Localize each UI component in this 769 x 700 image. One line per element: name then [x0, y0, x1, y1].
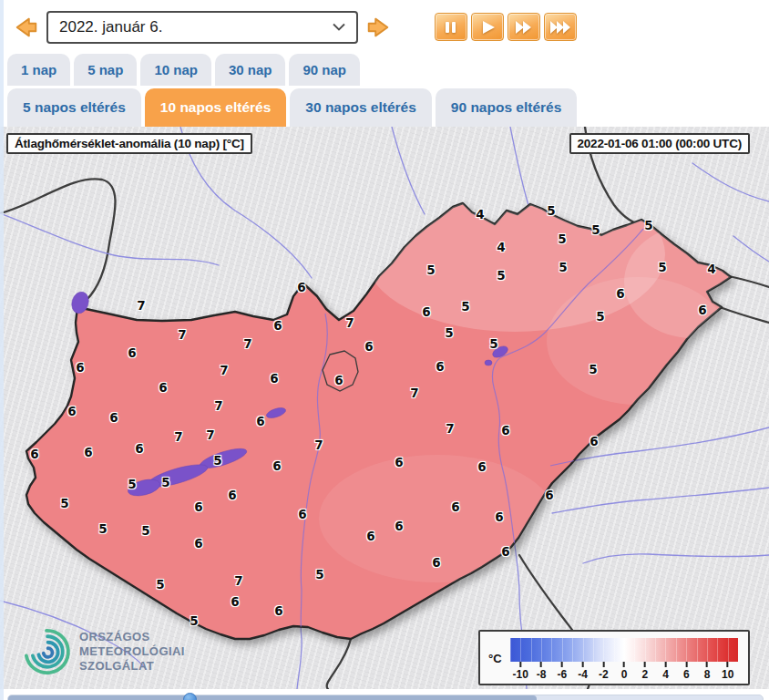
fast-forward-icon [511, 16, 537, 38]
omsz-logo: ORSZÁGOS METEOROLÓGIAI SZOLGÁLAT [22, 627, 185, 676]
next-day-button[interactable] [364, 13, 393, 42]
arrow-right-icon [364, 14, 392, 41]
omsz-logo-text: ORSZÁGOS METEOROLÓGIAI SZOLGÁLAT [79, 630, 185, 674]
map-canvas: Átlaghőmérséklet-anomália (10 nap) [°C] … [0, 127, 769, 689]
legend-tick: 4 [662, 662, 669, 681]
pause-icon [438, 16, 464, 38]
playback-controls [435, 13, 577, 41]
legend-tick: -4 [578, 662, 588, 681]
legend-tick: 8 [704, 662, 711, 681]
arrow-left-icon [13, 14, 40, 41]
legend-tick: -2 [599, 662, 609, 681]
map-timestamp: 2022-01-06 01:00 (00:00 UTC) [569, 133, 751, 154]
tab-10-napos-elteres[interactable]: 10 napos eltérés [145, 88, 286, 127]
tab-10-nap[interactable]: 10 nap [140, 54, 211, 86]
tab-30-napos-elteres[interactable]: 30 napos eltérés [290, 88, 431, 127]
tab-5-nap[interactable]: 5 nap [74, 54, 137, 86]
legend-tick: -6 [557, 662, 567, 681]
anomaly-tabs: 5 napos eltérés10 napos eltérés30 napos … [0, 88, 769, 127]
prev-day-button[interactable] [12, 13, 41, 42]
weather-map-app: 2022. január 6. 1 nap5 nap10 nap30 nap90… [0, 0, 769, 700]
cyclone-swirl-icon [22, 627, 71, 676]
chevron-down-icon [333, 23, 345, 31]
pause-button[interactable] [435, 13, 467, 41]
legend-tick: 0 [621, 662, 628, 681]
skip-to-end-icon [548, 16, 573, 38]
play-button[interactable] [471, 13, 504, 41]
legend-tick: -10 [513, 662, 528, 681]
time-slider-knob[interactable] [183, 693, 197, 700]
play-icon [475, 16, 500, 38]
fast-forward-button[interactable] [508, 13, 540, 41]
legend-tick: 2 [641, 662, 648, 681]
legend-tick: 6 [683, 662, 690, 681]
legend-ticks: -10-8-6-4-20246810 [510, 662, 738, 684]
legend-unit-label: °C [488, 652, 502, 665]
skip-to-end-button[interactable] [544, 13, 577, 41]
hungary-map-graphic [0, 127, 769, 689]
tab-1-nap[interactable]: 1 nap [7, 54, 70, 86]
legend-tick: -8 [537, 662, 547, 681]
time-slider-fill [8, 695, 537, 700]
map-title: Átlaghőmérséklet-anomália (10 nap) [°C] [6, 133, 252, 154]
date-toolbar: 2022. január 6. [0, 0, 769, 54]
tab-5-napos-elteres[interactable]: 5 napos eltérés [7, 88, 141, 127]
color-scale-legend: °C -10-8-6-4-20246810 [478, 630, 750, 685]
legend-tick: 10 [722, 662, 733, 681]
time-slider-bar [0, 690, 769, 700]
time-slider-track[interactable] [7, 695, 764, 700]
date-select[interactable]: 2022. január 6. [46, 11, 358, 44]
legend-gradient-bar [510, 638, 738, 662]
tab-90-napos-elteres[interactable]: 90 napos eltérés [436, 88, 577, 127]
period-tabs: 1 nap5 nap10 nap30 nap90 nap [0, 54, 769, 86]
tab-30-nap[interactable]: 30 nap [215, 54, 286, 86]
date-select-value: 2022. január 6. [59, 18, 333, 36]
tab-90-nap[interactable]: 90 nap [289, 54, 360, 86]
